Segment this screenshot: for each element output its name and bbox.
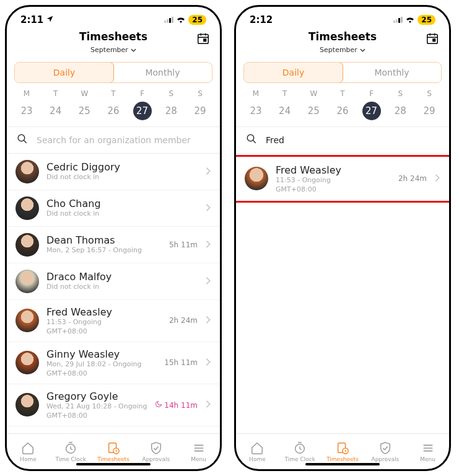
tab-monthly[interactable]: Monthly — [113, 63, 212, 82]
cellular-signal-icon — [393, 17, 403, 23]
tab-label: Approvals — [371, 456, 399, 462]
tab-label: Timesheets — [97, 456, 129, 462]
day-number[interactable]: 24 — [273, 102, 297, 120]
member-info: Cho ChangDid not clock in — [46, 198, 190, 219]
calendar-button[interactable] — [426, 32, 439, 48]
day-number[interactable]: 26 — [101, 102, 126, 120]
tab-monthly[interactable]: Monthly — [343, 63, 441, 82]
day-label: M — [14, 89, 39, 98]
status-bar: 2:11 25 — [7, 7, 220, 28]
member-list[interactable]: Cedric DiggoryDid not clock inCho ChangD… — [7, 154, 220, 433]
cellular-signal-icon — [164, 17, 173, 23]
svg-rect-1 — [204, 39, 206, 42]
day-number[interactable]: 23 — [14, 102, 39, 120]
week-header-row: M23 T24 W25 T26 F27 S28 S29 — [7, 89, 220, 120]
member-status: 11:53 - Ongoing — [46, 318, 162, 327]
day-number[interactable]: 25 — [72, 102, 97, 120]
day-number[interactable]: 24 — [43, 102, 68, 120]
search-input[interactable] — [266, 135, 439, 145]
member-status: Mon, 29 Jul 18:02 - Ongoing — [46, 360, 157, 369]
tab-menu[interactable]: Menu — [406, 434, 449, 469]
member-row[interactable]: Draco MalfoyDid not clock in — [7, 263, 220, 300]
member-duration: 5h 11m — [169, 240, 198, 249]
search-icon — [17, 133, 28, 147]
member-status: 11:53 - Ongoing — [276, 176, 391, 185]
avatar — [15, 309, 39, 332]
battery-indicator: 25 — [417, 15, 435, 25]
week-header-row: M23 T24 W25 T26 F27 S28 S29 — [236, 89, 449, 120]
day-number[interactable]: 28 — [388, 102, 413, 120]
member-status: Did not clock in — [46, 283, 190, 292]
day-label: T — [330, 89, 355, 98]
member-name: Fred Weasley — [46, 306, 162, 318]
member-info: Draco MalfoyDid not clock in — [46, 271, 190, 292]
tab-label: Approvals — [142, 456, 170, 462]
member-row-highlighted[interactable]: Fred Weasley 11:53 - Ongoing GMT+08:00 2… — [236, 155, 449, 203]
month-selector[interactable]: September — [320, 46, 365, 54]
member-name: Fred Weasley — [276, 164, 391, 176]
member-row[interactable]: Fred Weasley11:53 - OngoingGMT+08:002h 2… — [7, 300, 220, 342]
avatar — [245, 167, 268, 190]
day-label: T — [101, 89, 126, 98]
avatar — [15, 270, 39, 293]
member-list[interactable]: Fred Weasley 11:53 - Ongoing GMT+08:00 2… — [236, 154, 449, 433]
month-selector[interactable]: September — [90, 46, 136, 54]
tab-home[interactable]: Home — [236, 434, 279, 469]
member-name: Dean Thomas — [46, 234, 162, 246]
search-icon — [246, 133, 257, 147]
tab-daily[interactable]: Daily — [243, 62, 343, 83]
day-number[interactable]: 26 — [330, 102, 355, 120]
bottom-tab-bar: Home Time Clock Timesheets Approvals Men… — [236, 433, 449, 469]
status-time: 2:11 — [20, 14, 43, 25]
svg-point-8 — [247, 134, 254, 141]
tab-label: Home — [20, 456, 37, 462]
tab-home[interactable]: Home — [7, 434, 50, 469]
chevron-right-icon — [205, 357, 211, 369]
day-label: T — [43, 89, 68, 98]
member-timezone: GMT+08:00 — [46, 369, 157, 377]
month-label: September — [90, 46, 128, 54]
day-number[interactable]: 29 — [188, 102, 212, 120]
page-title: Timesheets — [246, 30, 439, 43]
chevron-right-icon — [434, 173, 440, 185]
chevron-right-icon — [205, 239, 211, 251]
member-row[interactable]: Cedric DiggoryDid not clock in — [7, 154, 220, 190]
member-row[interactable]: Ginny WeasleyMon, 29 Jul 18:02 - Ongoing… — [7, 342, 220, 384]
svg-rect-0 — [198, 35, 209, 44]
chevron-down-icon — [360, 46, 365, 54]
tab-label: Home — [249, 456, 266, 462]
calendar-button[interactable] — [196, 32, 210, 48]
tab-label: Menu — [191, 456, 206, 462]
member-status: Did not clock in — [46, 173, 190, 182]
member-info: Cedric DiggoryDid not clock in — [46, 161, 190, 182]
day-label: S — [159, 89, 183, 98]
overnight-icon — [155, 400, 162, 408]
member-timezone: GMT+08:00 — [46, 327, 162, 335]
svg-point-2 — [18, 134, 25, 141]
member-row[interactable]: Gregory GoyleWed, 21 Aug 10:28 - Ongoing… — [7, 384, 220, 426]
day-number[interactable]: 28 — [159, 102, 183, 120]
day-number-selected[interactable]: 27 — [362, 102, 381, 120]
tab-menu[interactable]: Menu — [177, 434, 220, 469]
member-duration: 15h 11m — [164, 358, 198, 367]
member-row[interactable]: Dean ThomasMon, 2 Sep 16:57 - Ongoing5h … — [7, 227, 220, 263]
search-input[interactable] — [37, 135, 210, 145]
chevron-right-icon — [205, 399, 211, 411]
tab-daily[interactable]: Daily — [14, 62, 114, 83]
member-row[interactable]: Cho ChangDid not clock in — [7, 190, 220, 227]
chevron-right-icon — [205, 315, 211, 327]
month-label: September — [320, 46, 357, 54]
avatar — [15, 160, 39, 183]
day-label: T — [273, 89, 297, 98]
day-number[interactable]: 23 — [243, 102, 268, 120]
screen-header: Timesheets September — [236, 28, 449, 60]
day-label: W — [301, 89, 326, 98]
day-number[interactable]: 29 — [417, 102, 442, 120]
member-status: Mon, 2 Sep 16:57 - Ongoing — [46, 246, 162, 255]
member-timezone: GMT+08:00 — [276, 185, 391, 193]
wifi-icon — [176, 14, 186, 25]
tab-label: Menu — [420, 456, 435, 462]
day-number-selected[interactable]: 27 — [133, 102, 152, 120]
member-timezone: GMT+08:00 — [46, 412, 147, 420]
day-number[interactable]: 25 — [301, 102, 326, 120]
